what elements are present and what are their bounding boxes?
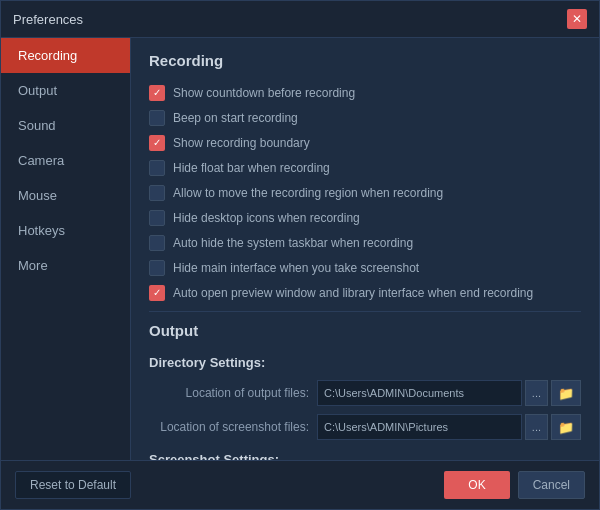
checkbox-move-region-box[interactable] xyxy=(149,185,165,201)
sidebar: Recording Output Sound Camera Mouse Hotk… xyxy=(1,38,131,460)
recording-section-title: Recording xyxy=(149,52,581,73)
screenshot-files-dots-button[interactable]: ... xyxy=(525,414,548,440)
sidebar-item-mouse[interactable]: Mouse xyxy=(1,178,130,213)
checkbox-taskbar: Auto hide the system taskbar when record… xyxy=(149,235,581,251)
screenshot-files-group: ... 📁 xyxy=(317,414,581,440)
checkbox-floatbar: Hide float bar when recording xyxy=(149,160,581,176)
checkbox-countdown: ✓ Show countdown before recording xyxy=(149,85,581,101)
sidebar-item-more[interactable]: More xyxy=(1,248,130,283)
output-section: Output Directory Settings: Location of o… xyxy=(149,322,581,460)
sidebar-item-output[interactable]: Output xyxy=(1,73,130,108)
output-section-title: Output xyxy=(149,322,581,343)
preferences-dialog: Preferences ✕ Recording Output Sound Cam… xyxy=(0,0,600,510)
screenshot-files-folder-button[interactable]: 📁 xyxy=(551,414,581,440)
checkbox-countdown-box[interactable]: ✓ xyxy=(149,85,165,101)
content-area: Recording ✓ Show countdown before record… xyxy=(131,38,599,460)
checkbox-hide-main-box[interactable] xyxy=(149,260,165,276)
directory-settings-title: Directory Settings: xyxy=(149,355,581,370)
checkbox-beep: Beep on start recording xyxy=(149,110,581,126)
checkbox-boundary: ✓ Show recording boundary xyxy=(149,135,581,151)
sidebar-item-recording[interactable]: Recording xyxy=(1,38,130,73)
checkbox-desktop-icons: Hide desktop icons when recording xyxy=(149,210,581,226)
folder-icon: 📁 xyxy=(558,420,574,435)
main-content: Recording Output Sound Camera Mouse Hotk… xyxy=(1,38,599,460)
checkmark-icon: ✓ xyxy=(153,138,161,148)
sidebar-item-camera[interactable]: Camera xyxy=(1,143,130,178)
checkbox-auto-open: ✓ Auto open preview window and library i… xyxy=(149,285,581,301)
checkbox-desktop-icons-box[interactable] xyxy=(149,210,165,226)
checkbox-floatbar-box[interactable] xyxy=(149,160,165,176)
checkbox-floatbar-label: Hide float bar when recording xyxy=(173,161,330,175)
screenshot-files-input[interactable] xyxy=(317,414,522,440)
sidebar-item-sound[interactable]: Sound xyxy=(1,108,130,143)
cancel-button[interactable]: Cancel xyxy=(518,471,585,499)
output-files-dots-button[interactable]: ... xyxy=(525,380,548,406)
output-files-row: Location of output files: ... 📁 xyxy=(149,380,581,406)
output-files-group: ... 📁 xyxy=(317,380,581,406)
checkmark-icon: ✓ xyxy=(153,288,161,298)
screenshot-files-row: Location of screenshot files: ... 📁 xyxy=(149,414,581,440)
sidebar-item-hotkeys[interactable]: Hotkeys xyxy=(1,213,130,248)
checkbox-auto-open-box[interactable]: ✓ xyxy=(149,285,165,301)
checkbox-taskbar-label: Auto hide the system taskbar when record… xyxy=(173,236,413,250)
close-button[interactable]: ✕ xyxy=(567,9,587,29)
output-files-folder-button[interactable]: 📁 xyxy=(551,380,581,406)
checkbox-auto-open-label: Auto open preview window and library int… xyxy=(173,286,533,300)
checkbox-beep-box[interactable] xyxy=(149,110,165,126)
checkbox-boundary-box[interactable]: ✓ xyxy=(149,135,165,151)
checkbox-boundary-label: Show recording boundary xyxy=(173,136,310,150)
output-files-label: Location of output files: xyxy=(149,386,309,400)
checkbox-hide-main: Hide main interface when you take screen… xyxy=(149,260,581,276)
screenshot-files-label: Location of screenshot files: xyxy=(149,420,309,434)
checkmark-icon: ✓ xyxy=(153,88,161,98)
screenshot-settings-title: Screenshot Settings: xyxy=(149,452,581,460)
title-bar: Preferences ✕ xyxy=(1,1,599,38)
output-files-input[interactable] xyxy=(317,380,522,406)
footer-right: OK Cancel xyxy=(444,471,585,499)
separator xyxy=(149,311,581,312)
checkbox-desktop-icons-label: Hide desktop icons when recording xyxy=(173,211,360,225)
checkbox-move-region-label: Allow to move the recording region when … xyxy=(173,186,443,200)
checkbox-move-region: Allow to move the recording region when … xyxy=(149,185,581,201)
footer: Reset to Default OK Cancel xyxy=(1,460,599,509)
checkbox-taskbar-box[interactable] xyxy=(149,235,165,251)
folder-icon: 📁 xyxy=(558,386,574,401)
checkbox-countdown-label: Show countdown before recording xyxy=(173,86,355,100)
reset-button[interactable]: Reset to Default xyxy=(15,471,131,499)
checkbox-hide-main-label: Hide main interface when you take screen… xyxy=(173,261,419,275)
dialog-title: Preferences xyxy=(13,12,83,27)
ok-button[interactable]: OK xyxy=(444,471,509,499)
checkbox-beep-label: Beep on start recording xyxy=(173,111,298,125)
